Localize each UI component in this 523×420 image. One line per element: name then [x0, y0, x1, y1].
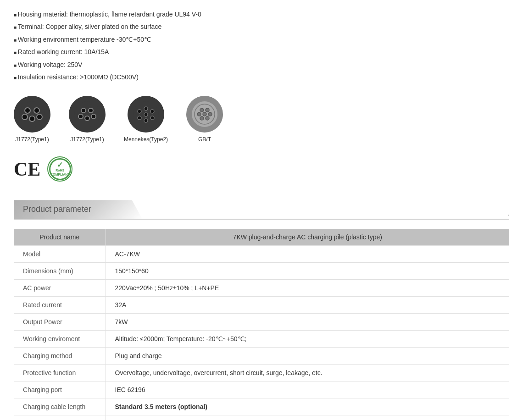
table-header-col2: 7KW plug-and-charge AC charging pile (pl… — [106, 229, 509, 246]
param-table: Product name 7KW plug-and-charge AC char… — [14, 229, 509, 420]
table-row: Protection levelIp54 — [14, 415, 509, 420]
connector-circle-j1772-1 — [14, 96, 50, 133]
table-cell-value: Altitude: ≤2000m; Temperature: -20℃~+50℃… — [106, 331, 509, 348]
svg-point-23 — [206, 108, 209, 112]
svg-point-25 — [203, 112, 206, 116]
rohs-inner: ✓ RoHSCOMPLIANT — [49, 158, 71, 180]
svg-point-3 — [22, 114, 28, 120]
svg-point-10 — [85, 116, 89, 121]
connector-circle-mennekes — [128, 96, 164, 133]
table-cell-label: Rated current — [14, 297, 106, 314]
section-title: Product parameter — [23, 204, 91, 214]
table-cell-label: Working enviroment — [14, 331, 106, 348]
svg-point-11 — [91, 114, 96, 119]
rohs-badge: ✓ RoHSCOMPLIANT — [47, 156, 72, 182]
table-cell-label: Protective function — [14, 365, 106, 381]
svg-point-19 — [144, 113, 148, 116]
table-row: Output Power7kW — [14, 314, 509, 331]
table-cell-value: 7kW — [106, 314, 509, 331]
svg-point-7 — [81, 108, 86, 113]
connector-svg-j1772-1 — [18, 100, 46, 128]
connector-label-j1772-1: J1772(Type1) — [15, 136, 49, 143]
table-row: Charging portIEC 62196 — [14, 381, 509, 398]
param-header: Product parameter — [14, 200, 142, 219]
connector-label-j1772-2: J1772(Type1) — [70, 136, 104, 143]
svg-point-27 — [200, 116, 204, 120]
table-cell-label: Protection level — [14, 415, 106, 420]
svg-point-5 — [37, 114, 42, 120]
table-cell-label: Output Power — [14, 314, 106, 331]
svg-point-22 — [200, 108, 204, 112]
table-cell-value: IEC 62196 — [106, 381, 509, 398]
svg-point-8 — [89, 108, 93, 113]
svg-point-1 — [25, 108, 30, 113]
table-row: Protective functionOvervoltage, undervol… — [14, 365, 509, 381]
table-header-col1: Product name — [14, 229, 106, 246]
table-cell-label: Charging cable length — [14, 398, 106, 415]
connector-svg-j1772-2 — [73, 100, 101, 128]
table-row: ModelAC-7KW — [14, 246, 509, 263]
table-cell-value: Ip54 — [106, 415, 509, 420]
table-cell-value: 32A — [106, 297, 509, 314]
spec-item: Working environment temperature -30℃+50℃ — [14, 34, 509, 44]
connector-label-mennekes: Mennekes(Type2) — [124, 136, 168, 143]
table-cell-value: 220Vac±20% ; 50Hz±10% ; L+N+PE — [106, 280, 509, 297]
rohs-text: RoHSCOMPLIANT — [50, 169, 70, 177]
connector-circle-j1772-2 — [69, 96, 106, 133]
table-cell-value: Standard 3.5 meters (optional) — [106, 398, 509, 415]
spec-item: Rated working current: 10A/15A — [14, 47, 509, 57]
param-header-wrapper: Product parameter . — [14, 200, 509, 220]
spec-item: Housing material: thermoplastic, flame r… — [14, 9, 509, 19]
connector-item-gbt: GB/T — [186, 96, 223, 143]
spec-item: Working voltage: 250V — [14, 60, 509, 70]
connector-svg-gbt — [191, 100, 218, 128]
svg-point-15 — [150, 116, 154, 120]
connector-label-gbt: GB/T — [198, 136, 211, 143]
connector-svg-mennekes — [132, 100, 160, 128]
table-cell-label: Dimensions (mm) — [14, 263, 106, 280]
svg-point-14 — [150, 110, 154, 113]
specs-list: Housing material: thermoplastic, flame r… — [14, 9, 509, 82]
connector-item-mennekes: Mennekes(Type2) — [124, 96, 168, 143]
table-cell-label: Model — [14, 246, 106, 263]
table-cell-value: AC-7KW — [106, 246, 509, 263]
connector-item-j1772-1: J1772(Type1) — [14, 96, 50, 143]
table-row: Charging methodPlug and charge — [14, 348, 509, 365]
table-cell-value: Plug and charge — [106, 348, 509, 365]
table-cell-label: AC power — [14, 280, 106, 297]
page-wrapper: Housing material: thermoplastic, flame r… — [0, 0, 523, 420]
certs-section: CE ✓ RoHSCOMPLIANT — [14, 156, 509, 182]
table-row: AC power220Vac±20% ; 50Hz±10% ; L+N+PE — [14, 280, 509, 297]
spec-item: Terminal: Copper alloy, silver plated on… — [14, 22, 509, 32]
table-row: Rated current32A — [14, 297, 509, 314]
table-cell-value: Overvoltage, undervoltage, overcurrent, … — [106, 365, 509, 381]
table-row: Working enviromentAltitude: ≤2000m; Temp… — [14, 331, 509, 348]
table-row: Charging cable lengthStandard 3.5 meters… — [14, 398, 509, 415]
table-header-row: Product name 7KW plug-and-charge AC char… — [14, 229, 509, 246]
svg-point-16 — [144, 119, 148, 122]
table-cell-label: Charging method — [14, 348, 106, 365]
svg-point-4 — [29, 116, 35, 122]
rohs-checkmark: ✓ — [57, 161, 63, 169]
svg-point-26 — [208, 112, 212, 116]
svg-point-2 — [34, 108, 39, 113]
svg-point-28 — [206, 116, 209, 120]
svg-point-17 — [138, 116, 141, 120]
connector-item-j1772-2: J1772(Type1) — [69, 96, 106, 143]
svg-point-18 — [138, 110, 141, 113]
spec-item: Insulation resistance: >1000MΩ (DC500V) — [14, 72, 509, 82]
header-dot: . — [508, 210, 509, 217]
svg-point-13 — [144, 107, 148, 111]
svg-point-6 — [74, 101, 100, 127]
table-cell-value: 150*150*60 — [106, 263, 509, 280]
svg-point-24 — [197, 112, 201, 116]
table-cell-label: Charging port — [14, 381, 106, 398]
ce-mark: CE — [14, 160, 40, 179]
svg-point-9 — [78, 114, 83, 119]
connector-circle-gbt — [186, 96, 223, 133]
table-row: Dimensions (mm)150*150*60 — [14, 263, 509, 280]
connectors-section: J1772(Type1) J1772(Type1) — [14, 96, 509, 143]
